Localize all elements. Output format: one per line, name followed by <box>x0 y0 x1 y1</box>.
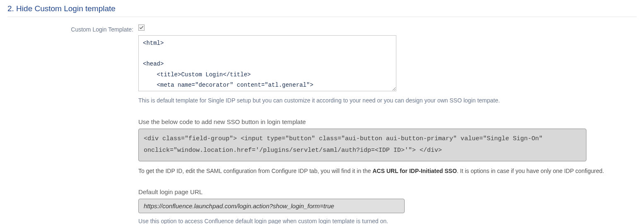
idp-note-before: To get the IDP ID, edit the SAML configu… <box>138 168 372 174</box>
checkmark-icon <box>139 25 144 30</box>
default-login-url-box: https://confluence.launchpad.com/login.a… <box>138 199 405 213</box>
section-heading: 2. Hide Custom Login template <box>7 4 637 17</box>
template-help-text: This is default template for Single IDP … <box>138 97 637 105</box>
idp-id-note: To get the IDP ID, edit the SAML configu… <box>138 167 637 175</box>
custom-login-template-checkbox[interactable] <box>138 24 145 31</box>
custom-login-template-label: Custom Login Template: <box>71 26 133 33</box>
custom-login-template-textarea[interactable] <box>138 35 396 91</box>
idp-note-bold: ACS URL for IDP-Initiated SSO <box>372 168 457 174</box>
default-login-url-help: Use this option to access Confluence def… <box>138 217 637 224</box>
sso-button-code-label: Use the below code to add new SSO button… <box>138 118 637 125</box>
sso-button-code-block: <div class="field-group"> <input type="b… <box>138 129 586 161</box>
custom-login-template-row: Custom Login Template: This is default t… <box>7 24 637 224</box>
default-login-url-label: Default login page URL <box>138 188 637 195</box>
idp-note-after: . It is options in case if you have only… <box>457 168 604 174</box>
